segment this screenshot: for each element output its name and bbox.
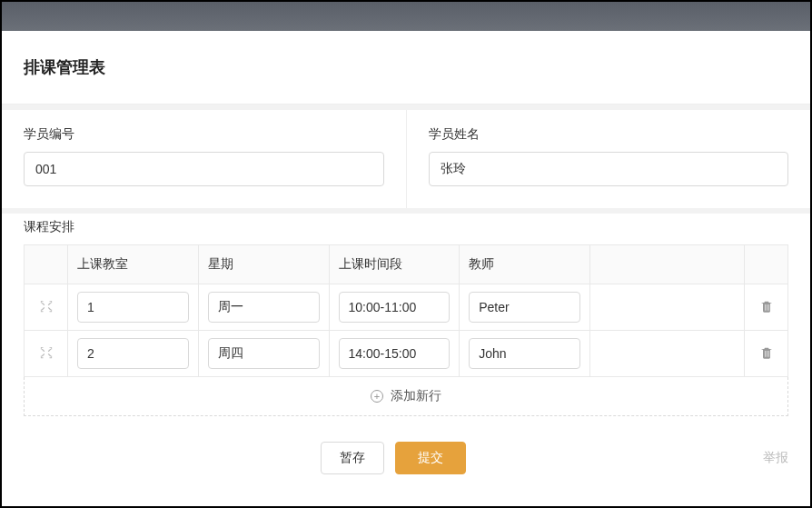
- window-top-bar: [2, 2, 810, 31]
- spare-cell: [590, 284, 745, 331]
- trash-icon: [759, 349, 774, 363]
- student-name-input[interactable]: [429, 152, 789, 186]
- col-classroom-header: 上课教室: [68, 245, 199, 284]
- col-weekday-header: 星期: [198, 245, 329, 284]
- table-row: [25, 331, 788, 377]
- teacher-input[interactable]: [469, 292, 580, 323]
- add-row-button[interactable]: + 添加新行: [24, 377, 788, 416]
- col-handle-header: [25, 245, 68, 284]
- timeslot-input[interactable]: [339, 338, 451, 369]
- student-id-input[interactable]: [24, 152, 384, 186]
- weekday-input[interactable]: [208, 292, 320, 323]
- trash-icon: [759, 303, 774, 316]
- timeslot-input[interactable]: [339, 292, 451, 323]
- footer-actions: 暂存 提交: [24, 442, 763, 474]
- weekday-input[interactable]: [208, 338, 320, 369]
- student-name-label: 学员姓名: [429, 126, 789, 143]
- classroom-input[interactable]: [77, 338, 189, 369]
- schedule-title: 课程安排: [24, 219, 788, 235]
- schedule-table: 上课教室 星期 上课时间段 教师: [24, 244, 788, 377]
- delete-row-button[interactable]: [756, 342, 777, 366]
- drag-cell[interactable]: [25, 331, 68, 377]
- schedule-section: 课程安排 上课教室 星期 上课时间段 教师: [2, 208, 810, 416]
- page-header: 排课管理表: [2, 31, 810, 105]
- col-spare-header: [590, 245, 745, 284]
- drag-cell[interactable]: [25, 284, 68, 331]
- table-row: [25, 284, 788, 331]
- submit-button[interactable]: 提交: [395, 442, 466, 474]
- spare-cell: [590, 331, 745, 377]
- expand-icon: [40, 347, 53, 362]
- student-info-section: 学员编号 学员姓名: [2, 105, 810, 208]
- student-name-field: 学员姓名: [407, 110, 811, 208]
- student-id-label: 学员编号: [24, 126, 384, 143]
- col-timeslot-header: 上课时间段: [329, 245, 460, 284]
- expand-icon: [40, 301, 53, 315]
- report-link[interactable]: 举报: [763, 450, 788, 466]
- table-header-row: 上课教室 星期 上课时间段 教师: [25, 245, 788, 284]
- classroom-input[interactable]: [77, 292, 189, 323]
- col-teacher-header: 教师: [460, 245, 590, 284]
- teacher-input[interactable]: [469, 338, 580, 369]
- delete-row-button[interactable]: [756, 295, 777, 320]
- add-row-label: 添加新行: [391, 388, 441, 404]
- page-title: 排课管理表: [24, 56, 788, 78]
- student-id-field: 学员编号: [2, 110, 407, 208]
- save-draft-button[interactable]: 暂存: [321, 442, 384, 474]
- plus-circle-icon: +: [371, 390, 383, 403]
- col-action-header: [745, 245, 788, 284]
- footer: 暂存 提交 举报: [2, 442, 810, 474]
